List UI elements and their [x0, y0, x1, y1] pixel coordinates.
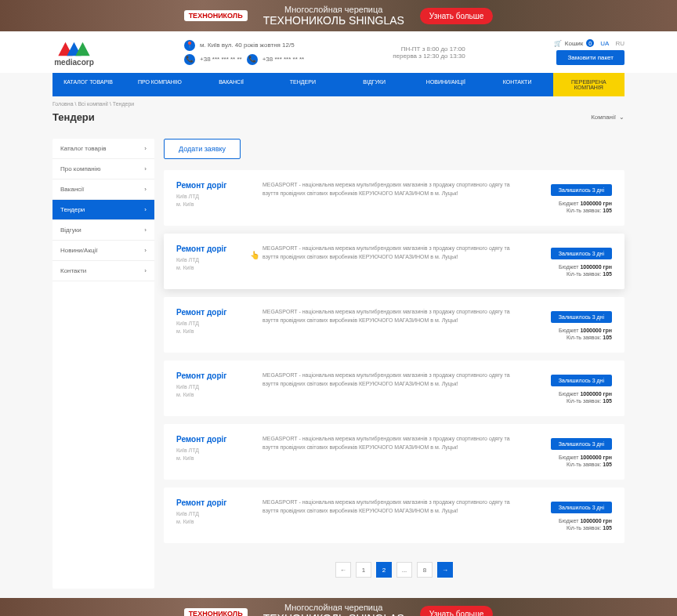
cursor-icon: 👆	[250, 251, 259, 259]
tender-title[interactable]: Ремонт доріг	[176, 245, 247, 253]
page-number[interactable]: 2	[376, 562, 392, 578]
header-contact: 📍м. Київ вул. 40 років жовтня 12/5 📞+38 …	[184, 40, 304, 65]
sidebar-item[interactable]: Тендери›	[52, 200, 154, 220]
phone-icon: 📞	[184, 54, 195, 65]
days-left-badge: Залишилось 3 дні	[551, 248, 612, 259]
chevron-right-icon: ›	[144, 165, 147, 172]
tender-title[interactable]: Ремонт доріг	[176, 498, 247, 507]
tender-card[interactable]: Ремонт дорігКиїв ЛТДм. КиївMEGASPORT - н…	[164, 170, 625, 226]
tender-card[interactable]: Ремонт дорігКиїв ЛТДм. КиївMEGASPORT - н…	[164, 424, 625, 480]
chevron-right-icon: ›	[144, 186, 147, 193]
header: mediacorp 📍м. Київ вул. 40 років жовтня …	[0, 31, 677, 73]
chevron-right-icon: ›	[144, 247, 147, 254]
sidebar-item[interactable]: Новини/Акції›	[52, 241, 154, 261]
banner-text: Многослойная черепица ТЕХНОНИКОЛЬ SHINGL…	[263, 5, 404, 27]
nav-item[interactable]: КАТАЛОГ ТОВАРІВ	[52, 73, 124, 96]
nav-item[interactable]: ВАКАНСІЇ	[196, 73, 267, 96]
pagination: ←12...8→	[164, 551, 625, 589]
working-hours: ПН-ПТ з 8:00 до 17:00перерва з 12:30 до …	[393, 45, 465, 60]
banner-cta-button[interactable]: Узнать больше	[420, 606, 494, 617]
chevron-right-icon: ›	[144, 145, 147, 152]
chevron-down-icon: ⌄	[619, 114, 625, 121]
nav-item[interactable]: КОНТАКТИ	[482, 73, 553, 96]
page-title: Тендери	[52, 111, 95, 123]
sidebar-item[interactable]: Контакти›	[52, 261, 154, 281]
tender-description: MEGASPORT - національна мережа мультибре…	[262, 371, 518, 405]
site-logo[interactable]: mediacorp	[52, 38, 96, 67]
location-icon: 📍	[184, 40, 195, 51]
chevron-right-icon: ›	[144, 206, 147, 213]
tender-title[interactable]: Ремонт доріг	[176, 308, 247, 317]
tender-title[interactable]: Ремонт доріг	[176, 181, 247, 190]
nav-item[interactable]: НОВИНИ/АКЦІЇ	[410, 73, 481, 96]
main-nav: КАТАЛОГ ТОВАРІВПРО КОМПАНІЮВАКАНСІЇТЕНДЕ…	[52, 73, 625, 96]
page-number[interactable]: ...	[396, 562, 412, 578]
breadcrumb[interactable]: Головна \ Всі компанії \ Тендери	[52, 96, 625, 111]
phone-icon: 📞	[247, 54, 258, 65]
tender-description: MEGASPORT - національна мережа мультибре…	[262, 245, 518, 278]
page-number[interactable]: 8	[417, 562, 433, 578]
banner-sponsor-logo: ТЕХНОНИКОЛЬ	[184, 608, 248, 616]
cart-link[interactable]: 🛒 Кошик 0	[554, 39, 595, 47]
prev-page-button[interactable]: ←	[335, 562, 351, 578]
nav-item[interactable]: ПРО КОМПАНІЮ	[124, 73, 195, 96]
chevron-right-icon: ›	[144, 226, 147, 234]
lang-ru[interactable]: RU	[615, 40, 625, 47]
chevron-right-icon: ›	[144, 267, 147, 274]
bottom-banner: ТЕХНОНИКОЛЬ Многослойная черепица ТЕХНОН…	[0, 598, 677, 616]
lang-ua[interactable]: UA	[600, 40, 609, 47]
days-left-badge: Залишилось 3 дні	[551, 502, 612, 513]
banner-sponsor-logo: ТЕХНОНИКОЛЬ	[184, 10, 248, 21]
nav-item[interactable]: ТЕНДЕРИ	[267, 73, 338, 96]
days-left-badge: Залишилось 3 дні	[551, 375, 612, 386]
banner-cta-button[interactable]: Узнать больше	[420, 8, 494, 24]
next-page-button[interactable]: →	[437, 562, 453, 578]
order-package-button[interactable]: Замовити пакет	[556, 50, 625, 65]
tender-description: MEGASPORT - національна мережа мультибре…	[262, 308, 518, 342]
nav-item[interactable]: ПЕРЕВІРЕНА КОМПАНІЯ	[553, 73, 625, 96]
sidebar-item[interactable]: Каталог товарів›	[52, 139, 154, 159]
sidebar-item[interactable]: Вакансії›	[52, 179, 154, 200]
tender-title[interactable]: Ремонт доріг	[176, 435, 247, 444]
page-number[interactable]: 1	[356, 562, 371, 578]
days-left-badge: Залишилось 3 дні	[551, 311, 612, 323]
days-left-badge: Залишилось 3 дні	[551, 438, 612, 450]
tender-card[interactable]: Ремонт дорігКиїв ЛТДм. КиївMEGASPORT - н…	[164, 361, 625, 416]
days-left-badge: Залишилось 3 дні	[551, 184, 612, 196]
tender-card[interactable]: Ремонт дорігКиїв ЛТДм. КиївMEGASPORT - н…	[164, 234, 625, 289]
tender-description: MEGASPORT - національна мережа мультибре…	[262, 181, 518, 215]
sidebar-item[interactable]: Відгуки›	[52, 220, 154, 241]
tender-description: MEGASPORT - національна мережа мультибре…	[262, 498, 518, 532]
tender-card[interactable]: Ремонт дорігКиїв ЛТДм. КиївMEGASPORT - н…	[164, 297, 625, 353]
tender-description: MEGASPORT - національна мережа мультибре…	[262, 435, 518, 469]
tender-card[interactable]: Ремонт дорігКиїв ЛТДм. КиївMEGASPORT - н…	[164, 487, 625, 543]
company-select[interactable]: Компанії ⌄	[591, 114, 625, 121]
banner-text: Многослойная черепица ТЕХНОНИКОЛЬ SHINGL…	[263, 603, 404, 616]
content: Додати заявку Ремонт дорігКиїв ЛТДм. Киї…	[164, 139, 625, 589]
logo-icon	[52, 38, 96, 60]
add-request-button[interactable]: Додати заявку	[164, 139, 241, 159]
sidebar: Каталог товарів›Про компанію›Вакансії›Те…	[52, 139, 154, 589]
nav-item[interactable]: ВІДГУКИ	[338, 73, 410, 96]
sidebar-item[interactable]: Про компанію›	[52, 159, 154, 179]
top-banner: ТЕХНОНИКОЛЬ Многослойная черепица ТЕХНОН…	[0, 0, 677, 31]
tender-title[interactable]: Ремонт доріг	[176, 371, 247, 380]
